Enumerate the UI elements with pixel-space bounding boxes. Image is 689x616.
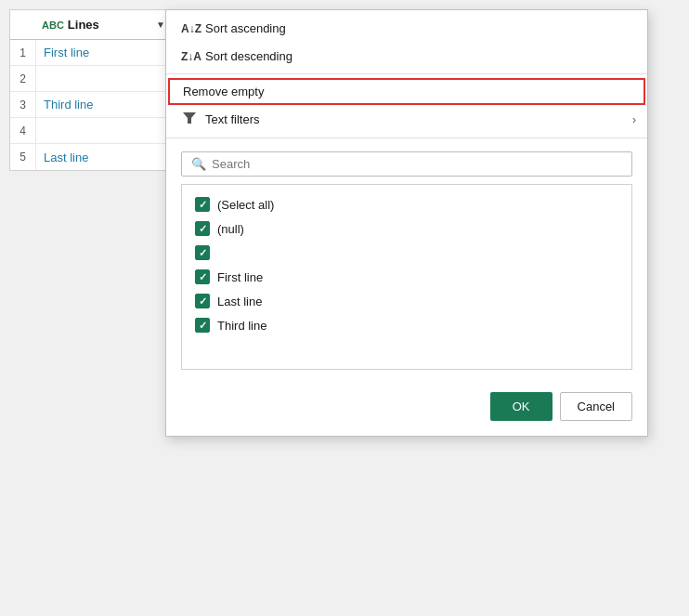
search-section: 🔍 — [166, 142, 647, 184]
row-number: 3 — [10, 92, 36, 117]
filter-dropdown-panel: A↓Z Sort ascending Z↓A Sort descending R… — [165, 9, 648, 437]
sort-za-icon: Z↓A — [181, 48, 198, 63]
checkbox-third-line[interactable]: ✓ Third line — [182, 313, 631, 337]
checkboxes-list: ✓ (Select all) ✓ (null) ✓ ✓ Firs — [181, 184, 632, 370]
checkbox-last-line-box: ✓ — [195, 294, 210, 308]
search-icon: 🔍 — [191, 157, 206, 171]
checkbox-empty[interactable]: ✓ — [182, 241, 631, 265]
row-cell: First line — [36, 40, 176, 65]
table-header: ABC Lines ▼ — [10, 10, 176, 40]
checkbox-check-icon: ✓ — [199, 223, 207, 235]
table-row: 5 Last line — [10, 144, 176, 170]
sort-az-icon: A↓Z — [181, 20, 198, 35]
row-cell — [36, 66, 176, 91]
text-filters-item[interactable]: Text filters › — [166, 105, 647, 134]
table: ABC Lines ▼ 1 First line 2 3 Third line … — [9, 9, 176, 171]
search-box: 🔍 — [181, 151, 632, 177]
sort-descending-item[interactable]: Z↓A Sort descending — [166, 42, 647, 70]
checkbox-first-line-box: ✓ — [195, 269, 210, 284]
sort-ascending-item[interactable]: A↓Z Sort ascending — [166, 14, 647, 42]
abc-icon: ABC — [42, 20, 64, 31]
checkbox-null-label: (null) — [217, 222, 244, 236]
checkbox-check-icon: ✓ — [199, 271, 207, 283]
row-number: 1 — [10, 40, 36, 65]
checkbox-null-box: ✓ — [195, 221, 210, 236]
row-number: 5 — [10, 144, 36, 170]
table-row: 2 — [10, 66, 176, 92]
checkbox-check-icon: ✓ — [199, 320, 207, 332]
sort-ascending-label: Sort ascending — [205, 21, 286, 35]
cancel-button[interactable]: Cancel — [560, 392, 632, 421]
checkbox-first-line[interactable]: ✓ First line — [182, 265, 631, 289]
sort-descending-label: Sort descending — [205, 49, 292, 63]
checkbox-null[interactable]: ✓ (null) — [182, 216, 631, 241]
table-row: 1 First line — [10, 40, 176, 66]
text-filters-label: Text filters — [205, 112, 260, 126]
table-row: 4 — [10, 118, 176, 144]
checkbox-third-line-box: ✓ — [195, 318, 210, 333]
column-header-cell: ABC Lines ▼ — [36, 10, 176, 39]
remove-empty-item[interactable]: Remove empty — [168, 78, 645, 105]
remove-empty-label: Remove empty — [183, 85, 264, 98]
ok-button[interactable]: OK — [490, 392, 552, 421]
table-row: 3 Third line — [10, 92, 176, 118]
row-cell: Last line — [36, 144, 176, 170]
svg-marker-0 — [183, 112, 196, 124]
row-cell: Third line — [36, 92, 176, 117]
menu-divider-2 — [166, 138, 647, 138]
chevron-right-icon: › — [632, 113, 636, 126]
menu-divider — [166, 73, 647, 74]
checkbox-check-icon: ✓ — [199, 247, 207, 259]
checkbox-empty-box: ✓ — [195, 245, 210, 260]
row-cell — [36, 118, 176, 143]
checkbox-last-line-label: Last line — [217, 295, 262, 308]
checkbox-select-all-label: (Select all) — [217, 198, 274, 212]
checkbox-first-line-label: First line — [217, 270, 263, 284]
checkbox-check-icon: ✓ — [199, 295, 207, 308]
checkbox-check-icon: ✓ — [199, 199, 207, 211]
filter-icon — [181, 111, 198, 127]
checkbox-last-line[interactable]: ✓ Last line — [182, 289, 631, 313]
search-input[interactable] — [212, 157, 622, 171]
row-number: 4 — [10, 118, 36, 143]
checkbox-third-line-label: Third line — [217, 319, 266, 333]
checkbox-select-all-box: ✓ — [195, 197, 210, 212]
checkbox-select-all[interactable]: ✓ (Select all) — [182, 192, 631, 216]
row-number: 2 — [10, 66, 36, 91]
column-header-label: Lines — [68, 18, 99, 32]
panel-footer: OK Cancel — [166, 385, 647, 432]
